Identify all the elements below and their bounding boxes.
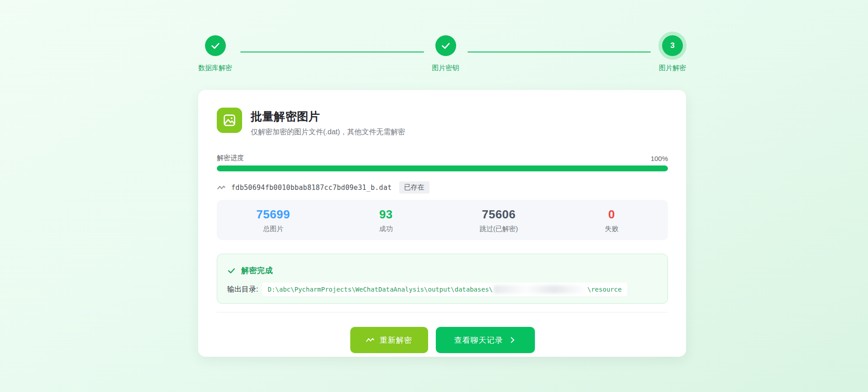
divider (217, 312, 668, 312)
stats-panel: 75699 总图片 93 成功 75606 跳过(已解密) 0 失败 (217, 200, 668, 240)
card-header: 批量解密图片 仅解密加密的图片文件(.dat)，其他文件无需解密 (217, 108, 668, 137)
output-path-prefix: D:\abc\PycharmProjects\WeChatDataAnalysi… (267, 286, 492, 293)
step-3-label: 图片解密 (659, 64, 686, 72)
alert-title-row: 解密完成 (227, 265, 658, 276)
output-path-chip[interactable]: D:\abc\PycharmProjects\WeChatDataAnalysi… (262, 283, 627, 296)
step-3-number: 3 (670, 41, 674, 50)
progress-header: 解密进度 100% (217, 154, 668, 162)
current-file-row: fdb50694fb0010bbab8187cc7bd09e31_b.dat 已… (217, 181, 668, 194)
progress-percent: 100% (651, 155, 668, 162)
stat-skipped: 75606 跳过(已解密) (443, 208, 555, 233)
retry-decrypt-button[interactable]: 重新解密 (350, 327, 428, 353)
check-icon (210, 41, 220, 51)
step-connector-line (240, 52, 424, 52)
stat-failed-value: 0 (555, 208, 668, 222)
stat-failed: 0 失败 (555, 208, 668, 233)
file-status-badge: 已存在 (399, 181, 429, 194)
stat-failed-label: 失败 (555, 225, 668, 233)
redacted-path-segment (494, 285, 587, 293)
progress-bar (217, 165, 668, 171)
output-path-suffix: \resource (587, 286, 622, 293)
image-icon (217, 108, 242, 133)
stat-skipped-value: 75606 (443, 208, 555, 222)
stat-success-value: 93 (329, 208, 442, 222)
check-icon (441, 41, 451, 51)
header-text: 批量解密图片 仅解密加密的图片文件(.dat)，其他文件无需解密 (251, 108, 405, 137)
output-dir-label: 输出目录: (227, 285, 258, 294)
wizard-stepper: 数据库解密 图片密钥 3 图片解密 (198, 35, 686, 72)
decrypt-complete-alert: 解密完成 输出目录: D:\abc\PycharmProjects\WeChat… (217, 254, 668, 304)
stat-total-images: 75699 总图片 (217, 208, 329, 233)
step-2-label: 图片密钥 (432, 64, 459, 72)
check-icon (227, 266, 236, 275)
stat-total-label: 总图片 (217, 225, 329, 233)
stat-total-value: 75699 (217, 208, 329, 222)
stat-success-label: 成功 (329, 225, 442, 233)
step-image-key: 图片密钥 (432, 35, 459, 72)
chevron-right-icon (508, 336, 516, 344)
activity-zigzag-icon (217, 183, 226, 192)
retry-button-label: 重新解密 (380, 335, 412, 345)
view-chat-button-label: 查看聊天记录 (454, 335, 503, 345)
progress-label: 解密进度 (217, 154, 244, 162)
page-subtitle: 仅解密加密的图片文件(.dat)，其他文件无需解密 (251, 128, 405, 137)
alert-title: 解密完成 (241, 265, 273, 276)
step-3-circle: 3 (662, 35, 683, 56)
decrypt-images-card: 批量解密图片 仅解密加密的图片文件(.dat)，其他文件无需解密 解密进度 10… (198, 90, 686, 357)
step-2-circle (435, 35, 456, 56)
current-file-name: fdb50694fb0010bbab8187cc7bd09e31_b.dat (231, 184, 392, 192)
view-chat-records-button[interactable]: 查看聊天记录 (436, 327, 535, 353)
output-dir-row: 输出目录: D:\abc\PycharmProjects\WeChatDataA… (227, 283, 658, 296)
stat-skipped-label: 跳过(已解密) (443, 225, 555, 233)
stat-success: 93 成功 (329, 208, 442, 233)
step-database-decrypt: 数据库解密 (198, 35, 232, 72)
action-buttons: 重新解密 查看聊天记录 (217, 327, 668, 353)
activity-zigzag-icon (366, 335, 375, 345)
step-connector-line (467, 52, 651, 52)
page-title: 批量解密图片 (251, 109, 405, 124)
step-1-circle (205, 35, 226, 56)
progress-bar-fill (217, 165, 668, 171)
step-image-decrypt: 3 图片解密 (659, 35, 686, 72)
step-1-label: 数据库解密 (198, 64, 232, 72)
